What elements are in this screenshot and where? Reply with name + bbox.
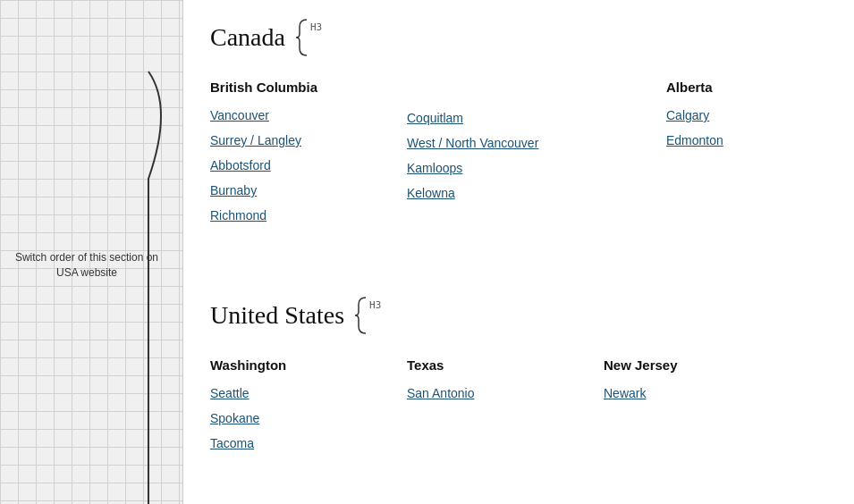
- new-jersey-column: New Jersey Newark: [604, 357, 765, 461]
- bc-city-link[interactable]: Richmond: [210, 208, 371, 223]
- canada-h3-label: H3: [310, 21, 322, 33]
- bc-city-link[interactable]: Coquitlam: [407, 111, 568, 125]
- washington-city-link[interactable]: Tacoma: [210, 436, 371, 450]
- canada-columns: British Columbia Vancouver Surrey / Lang…: [210, 80, 827, 233]
- texas-city-link[interactable]: San Antonio: [407, 386, 568, 400]
- bc-city-link[interactable]: West / North Vancouver: [407, 136, 568, 150]
- alberta-city-link[interactable]: Calgary: [666, 108, 827, 122]
- alberta-header: Alberta: [666, 80, 827, 95]
- texas-header: Texas: [407, 357, 568, 373]
- usa-columns: Washington Seattle Spokane Tacoma Texas …: [210, 357, 827, 461]
- bc-column2: Coquitlam West / North Vancouver Kamloop…: [407, 80, 568, 233]
- usa-h3-label: H3: [369, 299, 381, 311]
- canada-brace: H3: [292, 18, 322, 57]
- canada-brace-svg: [292, 18, 310, 57]
- alberta-city-link[interactable]: Edmonton: [666, 133, 827, 147]
- sidebar: Switch order of this section on USA webs…: [0, 0, 183, 504]
- section-divider: [210, 260, 827, 278]
- usa-section-header: United States H3: [210, 296, 827, 335]
- bc-city-link[interactable]: Kamloops: [407, 161, 568, 175]
- new-jersey-header: New Jersey: [604, 357, 765, 373]
- usa-title: United States: [210, 301, 344, 330]
- bc-header: British Columbia: [210, 80, 371, 95]
- canada-section-header: Canada H3: [210, 18, 827, 57]
- canada-title: Canada: [210, 23, 285, 52]
- washington-city-link[interactable]: Seattle: [210, 386, 371, 400]
- washington-city-link[interactable]: Spokane: [210, 411, 371, 425]
- washington-header: Washington: [210, 357, 371, 373]
- washington-column: Washington Seattle Spokane Tacoma: [210, 357, 371, 461]
- bc-city-link[interactable]: Vancouver: [210, 108, 371, 122]
- sidebar-note: Switch order of this section on USA webs…: [4, 250, 169, 281]
- bc-city-link[interactable]: Kelowna: [407, 186, 568, 200]
- usa-brace-svg: [351, 296, 369, 335]
- usa-brace: H3: [351, 296, 381, 335]
- main-content: Canada H3 British Columbia Vancouver Sur…: [183, 0, 854, 504]
- bc-city-link[interactable]: Burnaby: [210, 183, 371, 197]
- texas-column: Texas San Antonio: [407, 357, 568, 461]
- new-jersey-city-link[interactable]: Newark: [604, 386, 765, 400]
- bc-city-link[interactable]: Abbotsford: [210, 158, 371, 172]
- bc-column: British Columbia Vancouver Surrey / Lang…: [210, 80, 371, 233]
- alberta-column: Alberta Calgary Edmonton: [666, 80, 827, 233]
- bc-city-link[interactable]: Surrey / Langley: [210, 133, 371, 147]
